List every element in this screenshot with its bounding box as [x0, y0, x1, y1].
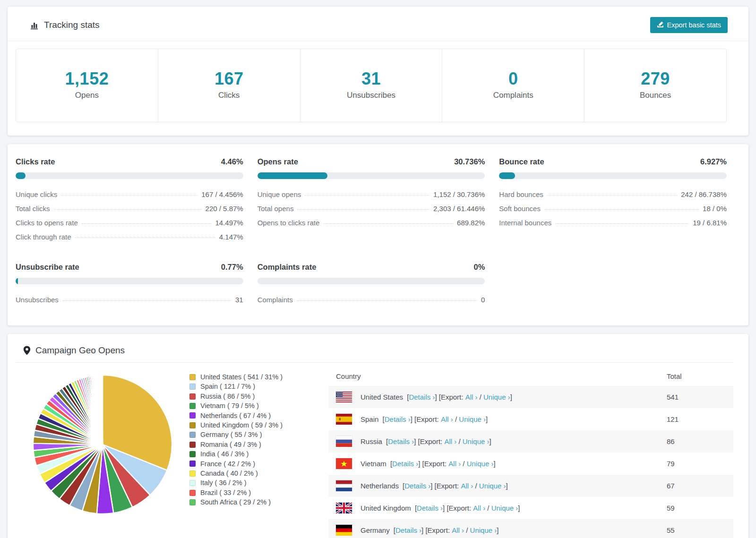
rate-row-label: Clicks to opens rate [16, 219, 78, 227]
rates-grid: Clicks rate4.46%Unique clicks167 / 4.456… [16, 157, 727, 307]
stat-bounces: 279Bounces [584, 49, 726, 122]
bracket-text: / [464, 526, 470, 534]
map-pin-icon [23, 346, 31, 355]
details-link[interactable]: Details › [395, 526, 421, 534]
geo-total-cell: 67 [667, 482, 726, 490]
stat-value: 1,152 [16, 69, 158, 89]
rate-row-value: 689.82% [457, 219, 485, 227]
bracket-text: [ [392, 526, 395, 534]
rate-row-value: 220 / 5.87% [206, 205, 243, 213]
dotted-leader [323, 223, 453, 224]
legend-swatch [189, 499, 196, 505]
country-name: Spain [361, 415, 378, 423]
bracket-text: ] [Export: [421, 526, 452, 534]
legend-swatch [189, 403, 196, 409]
rate-progress-fill [16, 278, 18, 284]
pie-svg [31, 373, 174, 516]
legend-swatch [189, 442, 196, 448]
details-link[interactable]: Details › [388, 437, 414, 445]
rate-row-label: Unsubscribes [16, 296, 59, 304]
rate-panel-opens-rate: Opens rate30.736%Unique opens1,152 / 30.… [258, 157, 485, 244]
rate-progress-track [16, 172, 243, 179]
stat-opens: 1,152Opens [16, 49, 158, 122]
geo-total-cell: 79 [667, 460, 726, 468]
rate-panel-unsubscribe-rate: Unsubscribe rate0.77%Unsubscribes31 [16, 263, 243, 307]
rate-value: 30.736% [454, 157, 485, 166]
export-button-label: Export basic stats [667, 21, 721, 29]
export-all-link[interactable]: All › [461, 482, 473, 490]
bracket-text: / [461, 460, 467, 468]
export-basic-stats-button[interactable]: Export basic stats [650, 17, 728, 33]
rate-title: Complaints rate [258, 263, 317, 272]
rate-panel-header: Complaints rate0% [258, 263, 485, 272]
dotted-leader [75, 238, 215, 238]
export-all-link[interactable]: All › [452, 526, 464, 534]
rate-title: Unsubscribe rate [16, 263, 79, 272]
stat-clicks: 167Clicks [158, 49, 301, 122]
rate-value: 0% [473, 263, 485, 272]
table-row-us: United States [Details ›] [Export: All ›… [328, 386, 733, 408]
bracket-text: ] [Export: [443, 504, 473, 512]
rate-panel-header: Unsubscribe rate0.77% [16, 263, 243, 272]
legend-label: Romania ( 49 / 3% ) [200, 440, 261, 449]
details-link[interactable]: Details › [417, 504, 443, 512]
geo-content: United States ( 541 / 31% )Spain ( 121 /… [16, 366, 733, 538]
rate-progress-track [499, 172, 727, 179]
geo-total-cell: 541 [667, 393, 726, 401]
rate-row-label: Hard bounces [499, 190, 543, 198]
bracket-text: ] [Export: [430, 482, 461, 490]
bracket-text: [ [413, 504, 417, 512]
country-name: United Kingdom [361, 504, 411, 512]
rate-row-value: 14.497% [215, 219, 243, 227]
export-unique-link[interactable]: Unique › [479, 482, 506, 490]
flag-nl [336, 480, 352, 491]
details-link[interactable]: Details › [409, 393, 435, 401]
export-unique-link[interactable]: Unique › [467, 460, 494, 468]
flag-de [336, 525, 352, 536]
legend-label: France ( 42 / 2% ) [200, 459, 255, 469]
legend-swatch [189, 393, 196, 400]
geo-table-rows: United States [Details ›] [Export: All ›… [328, 386, 733, 538]
legend-swatch [189, 470, 196, 477]
rate-row: Click through rate4.147% [16, 230, 243, 244]
export-all-link[interactable]: All › [441, 415, 453, 423]
country-name: Netherlands [361, 482, 399, 490]
legend-label: Italy ( 36 / 2% ) [200, 478, 247, 487]
export-unique-link[interactable]: Unique › [483, 393, 510, 401]
legend-item-vietnam: Vietnam ( 79 / 5% ) [189, 401, 316, 410]
export-all-link[interactable]: All › [444, 437, 456, 445]
table-row-nl: Netherlands [Details ›] [Export: All › /… [328, 475, 733, 497]
export-unique-link[interactable]: Unique › [459, 415, 486, 423]
bracket-text: / [453, 415, 459, 423]
details-link[interactable]: Details › [404, 482, 430, 490]
rate-row: Soft bounces18 / 0% [499, 201, 727, 215]
rate-title: Bounce rate [499, 157, 544, 166]
export-all-link[interactable]: All › [448, 460, 461, 468]
rate-title: Clicks rate [16, 157, 55, 166]
geo-country-cell: Netherlands [Details ›] [Export: All › /… [336, 480, 667, 491]
rate-row-value: 242 / 86.738% [681, 190, 727, 198]
rate-row: Clicks to opens rate14.497% [16, 215, 243, 230]
flag-ru [336, 436, 352, 447]
geo-country-cell: Spain [Details ›] [Export: All › / Uniqu… [336, 414, 667, 425]
geo-country-cell: Germany [Details ›] [Export: All › / Uni… [336, 525, 667, 536]
geo-opens-header: Campaign Geo Opens [16, 344, 733, 363]
legend-item-united-kingdom: United Kingdom ( 59 / 3% ) [189, 420, 316, 430]
tracking-stats-header: Tracking stats Export basic stats [8, 7, 748, 41]
bracket-text: [ [405, 393, 409, 401]
rate-progress-fill [499, 172, 515, 179]
bracket-text: ] [510, 393, 512, 401]
export-unique-link[interactable]: Unique › [463, 437, 490, 445]
rate-row: Unique opens1,152 / 30.736% [258, 187, 485, 201]
details-link[interactable]: Details › [385, 415, 411, 423]
bracket-text: ] [493, 460, 495, 468]
export-unique-link[interactable]: Unique › [491, 504, 518, 512]
details-link[interactable]: Details › [392, 460, 418, 468]
bracket-text: / [456, 437, 463, 445]
bracket-text: [ [388, 460, 392, 468]
export-all-link[interactable]: All › [465, 393, 478, 401]
geo-country-cell: United Kingdom [Details ›] [Export: All … [336, 503, 667, 513]
export-all-link[interactable]: All › [473, 504, 485, 512]
stat-value: 279 [584, 69, 726, 89]
export-unique-link[interactable]: Unique › [470, 526, 497, 534]
